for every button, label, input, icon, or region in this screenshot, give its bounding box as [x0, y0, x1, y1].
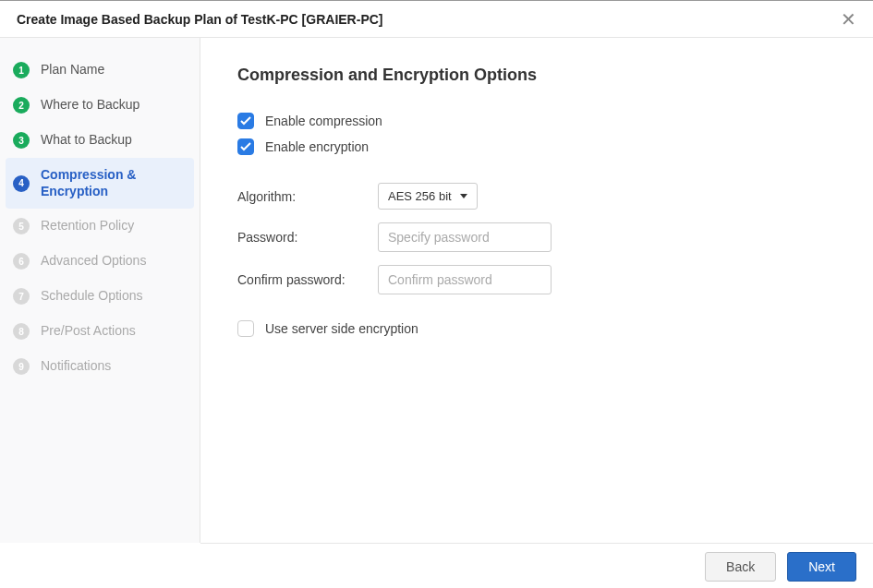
step-number-badge: 4 [13, 175, 30, 192]
algorithm-value: AES 256 bit [388, 189, 452, 203]
page-heading: Compression and Encryption Options [237, 66, 836, 85]
server-side-label[interactable]: Use server side encryption [265, 321, 418, 336]
encryption-form: Algorithm: AES 256 bit Password: Confirm… [237, 183, 836, 294]
step-label: Advanced Options [41, 253, 146, 270]
algorithm-select[interactable]: AES 256 bit [378, 183, 478, 210]
step-label: Notifications [41, 358, 111, 375]
server-side-checkbox[interactable] [237, 320, 254, 337]
enable-encryption-label[interactable]: Enable encryption [265, 139, 369, 154]
step-number-badge: 1 [13, 62, 30, 78]
confirm-password-label: Confirm password: [237, 272, 378, 287]
step-label: Schedule Options [41, 288, 143, 305]
wizard-step-2[interactable]: 2Where to Backup [0, 88, 200, 123]
step-label: Where to Backup [41, 97, 139, 114]
step-label: Plan Name [41, 62, 104, 78]
wizard-step-1[interactable]: 1Plan Name [0, 53, 200, 88]
wizard-step-6[interactable]: 6Advanced Options [0, 244, 200, 279]
dialog-body: 1Plan Name2Where to Backup3What to Backu… [0, 38, 873, 543]
wizard-step-3[interactable]: 3What to Backup [0, 123, 200, 158]
step-label: What to Backup [41, 132, 132, 149]
wizard-step-4[interactable]: 4Compression & Encryption [6, 158, 194, 209]
wizard-step-7[interactable]: 7Schedule Options [0, 279, 200, 314]
main-panel: Compression and Encryption Options Enabl… [200, 38, 873, 543]
dialog-footer: Back Next [200, 543, 873, 588]
dialog-header: Create Image Based Backup Plan of TestK-… [0, 1, 873, 38]
step-number-badge: 9 [13, 358, 30, 375]
password-label: Password: [237, 230, 378, 245]
enable-compression-label[interactable]: Enable compression [265, 114, 382, 128]
wizard-step-5[interactable]: 5Retention Policy [0, 209, 200, 244]
algorithm-label: Algorithm: [237, 189, 378, 204]
step-number-badge: 2 [13, 97, 30, 114]
wizard-step-8[interactable]: 8Pre/Post Actions [0, 314, 200, 349]
back-button[interactable]: Back [705, 552, 776, 582]
next-button[interactable]: Next [787, 552, 856, 582]
password-row: Password: [237, 222, 836, 252]
wizard-step-9[interactable]: 9Notifications [0, 349, 200, 384]
chevron-down-icon [460, 194, 467, 198]
confirm-password-input[interactable] [378, 265, 552, 294]
confirm-password-row: Confirm password: [237, 265, 836, 294]
step-label: Retention Policy [41, 218, 134, 234]
enable-encryption-row: Enable encryption [237, 138, 836, 155]
enable-encryption-checkbox[interactable] [237, 138, 254, 155]
server-side-row: Use server side encryption [237, 320, 836, 337]
dialog-title: Create Image Based Backup Plan of TestK-… [17, 12, 383, 27]
step-label: Compression & Encryption [41, 167, 187, 199]
step-number-badge: 3 [13, 132, 30, 149]
close-icon[interactable]: ✕ [841, 10, 856, 29]
step-number-badge: 6 [13, 253, 30, 270]
password-input[interactable] [378, 222, 552, 252]
step-number-badge: 8 [13, 323, 30, 340]
step-number-badge: 7 [13, 288, 30, 305]
enable-compression-checkbox[interactable] [237, 113, 254, 129]
step-number-badge: 5 [13, 218, 30, 234]
algorithm-row: Algorithm: AES 256 bit [237, 183, 836, 210]
enable-compression-row: Enable compression [237, 113, 836, 129]
step-label: Pre/Post Actions [41, 323, 136, 340]
wizard-sidebar: 1Plan Name2Where to Backup3What to Backu… [0, 38, 200, 543]
